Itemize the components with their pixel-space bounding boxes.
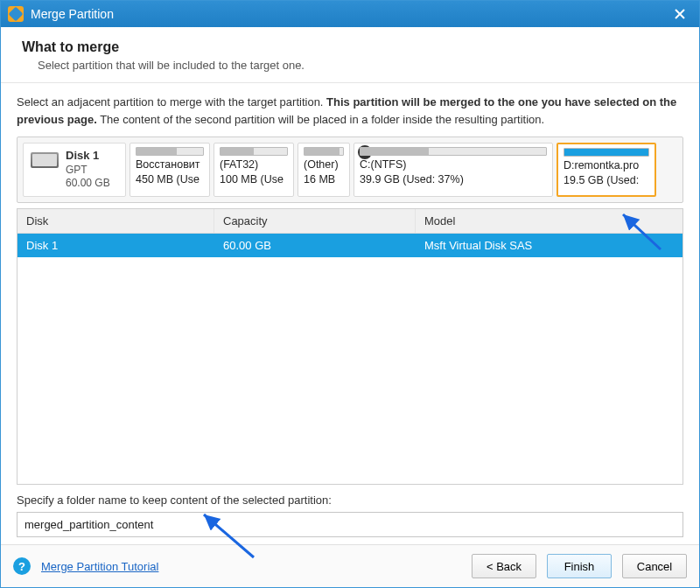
disk-table: Disk Capacity Model Disk 1 60.00 GB Msft… (17, 208, 683, 485)
disk-icon (31, 152, 59, 168)
disk-summary-card: Disk 1 GPT 60.00 GB (23, 143, 126, 197)
cancel-button[interactable]: Cancel (622, 554, 687, 578)
wizard-header: What to merge Select partition that will… (1, 27, 699, 83)
partition-label: C:(NTFS) (360, 158, 547, 171)
disk-layout-panel: Disk 1 GPT 60.00 GB Восстановит 450 MB (… (17, 136, 683, 203)
th-model[interactable]: Model (416, 209, 682, 233)
partition-size: 100 MB (Use (220, 173, 288, 186)
tutorial-link[interactable]: Merge Partition Tutorial (41, 560, 158, 573)
page-heading: What to merge (22, 39, 678, 55)
help-icon[interactable]: ? (13, 557, 31, 575)
description-post: The content of the second partition will… (97, 113, 544, 126)
disk-name: Disk 1 (66, 149, 110, 164)
td-capacity: 60.00 GB (214, 234, 416, 257)
partition-card-target[interactable]: ✓ C:(NTFS) 39.9 GB (Used: 37%) (354, 143, 553, 197)
back-button[interactable]: < Back (472, 554, 536, 578)
description: Select an adjacent partition to merge wi… (17, 94, 683, 128)
partition-card[interactable]: (FAT32) 100 MB (Use (214, 143, 294, 197)
disk-size: 60.00 GB (66, 177, 110, 191)
td-disk: Disk 1 (18, 234, 214, 257)
folder-name-input[interactable] (17, 512, 683, 537)
td-model: Msft Virtual Disk SAS (416, 234, 682, 257)
merge-partition-window: Merge Partition What to merge Select par… (0, 0, 700, 588)
partition-label: (FAT32) (220, 158, 288, 171)
wizard-footer: ? Merge Partition Tutorial < Back Finish… (1, 544, 699, 587)
partition-card-selected[interactable]: D:remontka.pro 19.5 GB (Used: (556, 143, 656, 197)
partition-label: (Other) (304, 158, 344, 171)
folder-name-label: Specify a folder name to keep content of… (17, 494, 683, 507)
disk-scheme: GPT (66, 164, 110, 178)
description-pre: Select an adjacent partition to merge wi… (17, 95, 326, 108)
partition-label: D:remontka.pro (564, 159, 649, 172)
wizard-body: Select an adjacent partition to merge wi… (1, 83, 699, 544)
table-header: Disk Capacity Model (18, 209, 682, 234)
app-icon (8, 6, 24, 22)
partition-size: 16 MB (304, 173, 344, 186)
partition-card[interactable]: Восстановит 450 MB (Use (130, 143, 210, 197)
close-button[interactable] (668, 4, 692, 24)
window-title: Merge Partition (31, 7, 114, 21)
titlebar: Merge Partition (1, 1, 699, 27)
partition-size: 39.9 GB (Used: 37%) (360, 173, 547, 186)
th-disk[interactable]: Disk (18, 209, 214, 233)
partition-size: 19.5 GB (Used: (564, 174, 649, 186)
partition-card[interactable]: (Other) 16 MB (298, 143, 350, 197)
table-row[interactable]: Disk 1 60.00 GB Msft Virtual Disk SAS (18, 234, 682, 257)
page-subheading: Select partition that will be included t… (38, 59, 678, 72)
close-icon (675, 9, 685, 19)
partition-label: Восстановит (136, 158, 204, 171)
table-body: Disk 1 60.00 GB Msft Virtual Disk SAS (18, 234, 682, 484)
partition-size: 450 MB (Use (136, 173, 204, 186)
th-capacity[interactable]: Capacity (214, 209, 416, 233)
finish-button[interactable]: Finish (547, 554, 612, 578)
